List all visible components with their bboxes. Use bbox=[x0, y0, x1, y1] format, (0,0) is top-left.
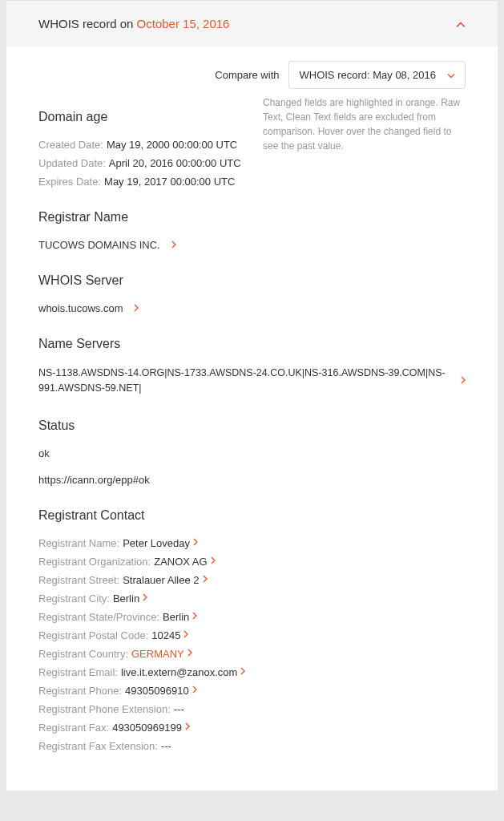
field-value: --- bbox=[174, 703, 184, 715]
chevron-right-icon[interactable] bbox=[193, 537, 198, 548]
field-value: live.it.extern@zanox.com bbox=[121, 666, 237, 678]
field-value: Berlin bbox=[113, 592, 139, 605]
field-label: Registrant City: bbox=[38, 592, 110, 605]
field-value: 493050969199 bbox=[112, 722, 182, 734]
name-servers-value: NS-1138.AWSDNS-14.ORG|NS-1733.AWSDNS-24.… bbox=[38, 366, 453, 396]
registrant-phone-row: Registrant Phone: 49305096910 bbox=[38, 685, 466, 697]
registrant-fax-ext-row: Registrant Fax Extension: --- bbox=[38, 740, 466, 752]
field-label: Expires Date: bbox=[38, 176, 101, 188]
registrant-country-row: Registrant Country: GERMANY bbox=[38, 648, 466, 660]
field-label: Registrant Fax: bbox=[38, 722, 109, 734]
compare-row: Compare with WHOIS record: May 08, 2016 bbox=[38, 61, 466, 89]
field-value: --- bbox=[161, 740, 171, 752]
section-domain-age: Domain age Created Date: May 19, 2000 00… bbox=[38, 110, 247, 188]
whois-server-value: whois.tucows.com bbox=[38, 302, 123, 314]
registrant-state-row: Registrant State/Province: Berlin bbox=[38, 611, 466, 623]
field-label: Registrant Postal Code: bbox=[38, 629, 148, 641]
field-value: 10245 bbox=[151, 629, 180, 641]
title-date: October 15, 2016 bbox=[137, 17, 230, 30]
field-label: Registrant Email: bbox=[38, 666, 118, 678]
field-label: Updated Date: bbox=[38, 157, 106, 169]
chevron-right-icon[interactable] bbox=[203, 574, 208, 585]
chevron-right-icon[interactable] bbox=[240, 666, 245, 677]
registrant-city-row: Registrant City: Berlin bbox=[38, 592, 466, 605]
compare-selected: WHOIS record: May 08, 2016 bbox=[299, 69, 436, 81]
chevron-right-icon[interactable] bbox=[187, 648, 192, 659]
chevron-right-icon[interactable] bbox=[211, 556, 216, 567]
registrant-org-row: Registrant Organization: ZANOX AG bbox=[38, 556, 466, 568]
registrant-postal-row: Registrant Postal Code: 10245 bbox=[38, 629, 466, 641]
compare-label: Compare with bbox=[215, 69, 279, 81]
registrar-value: TUCOWS DOMAINS INC. bbox=[38, 239, 160, 251]
compare-dropdown[interactable]: WHOIS record: May 08, 2016 bbox=[288, 61, 466, 89]
section-whois-server: WHOIS Server whois.tucows.com bbox=[38, 273, 466, 314]
registrar-value-row: TUCOWS DOMAINS INC. bbox=[38, 239, 466, 251]
field-label: Registrant Fax Extension: bbox=[38, 740, 158, 752]
section-registrar: Registrar Name TUCOWS DOMAINS INC. bbox=[38, 210, 466, 251]
field-value: April 20, 2016 00:00:00 UTC bbox=[109, 157, 241, 169]
field-label: Registrant Phone: bbox=[38, 685, 122, 697]
created-date-row: Created Date: May 19, 2000 00:00:00 UTC bbox=[38, 139, 247, 151]
section-title: Name Servers bbox=[38, 337, 466, 351]
registrant-street-row: Registrant Street: Stralauer Allee 2 bbox=[38, 574, 466, 586]
status-value-2: https://icann.org/epp#ok bbox=[38, 474, 466, 486]
section-title: Registrant Contact bbox=[38, 508, 466, 523]
field-value: May 19, 2017 00:00:00 UTC bbox=[104, 176, 235, 188]
field-value: Berlin bbox=[163, 611, 189, 623]
panel-header[interactable]: WHOIS record on October 15, 2016 bbox=[6, 1, 498, 47]
field-label: Registrant Organization: bbox=[38, 556, 151, 568]
whois-record-panel: WHOIS record on October 15, 2016 Compare… bbox=[6, 0, 498, 791]
registrant-fax-row: Registrant Fax: 493050969199 bbox=[38, 722, 466, 734]
chevron-right-icon[interactable] bbox=[192, 611, 197, 622]
field-value: ZANOX AG bbox=[154, 556, 207, 568]
whois-server-value-row: whois.tucows.com bbox=[38, 302, 466, 314]
section-title: Registrar Name bbox=[38, 210, 466, 224]
registrant-phone-ext-row: Registrant Phone Extension: --- bbox=[38, 703, 466, 715]
chevron-down-icon bbox=[447, 71, 455, 80]
panel-content: Compare with WHOIS record: May 08, 2016 … bbox=[6, 47, 498, 791]
expires-date-row: Expires Date: May 19, 2017 00:00:00 UTC bbox=[38, 176, 247, 188]
chevron-right-icon[interactable] bbox=[461, 375, 466, 386]
field-label: Registrant Country: bbox=[38, 648, 128, 660]
chevron-right-icon[interactable] bbox=[192, 685, 197, 696]
field-label: Registrant Street: bbox=[38, 574, 119, 586]
compare-note: Changed fields are highlighted in orange… bbox=[263, 95, 466, 153]
field-value: Peter Loveday bbox=[123, 537, 190, 549]
field-value: 49305096910 bbox=[125, 685, 189, 697]
field-label: Created Date: bbox=[38, 139, 103, 151]
field-label: Registrant Phone Extension: bbox=[38, 703, 171, 715]
chevron-up-icon[interactable] bbox=[456, 18, 466, 30]
section-registrant: Registrant Contact Registrant Name: Pete… bbox=[38, 508, 466, 752]
registrant-email-row: Registrant Email: live.it.extern@zanox.c… bbox=[38, 666, 466, 678]
field-value-highlighted[interactable]: GERMANY bbox=[131, 648, 184, 660]
chevron-right-icon[interactable] bbox=[171, 240, 176, 251]
updated-date-row: Updated Date: April 20, 2016 00:00:00 UT… bbox=[38, 157, 247, 169]
section-title: Domain age bbox=[38, 110, 247, 124]
chevron-right-icon[interactable] bbox=[134, 303, 139, 314]
name-servers-row: NS-1138.AWSDNS-14.ORG|NS-1733.AWSDNS-24.… bbox=[38, 366, 466, 396]
chevron-right-icon[interactable] bbox=[185, 722, 190, 733]
field-value: May 19, 2000 00:00:00 UTC bbox=[107, 139, 237, 151]
field-value: Stralauer Allee 2 bbox=[123, 574, 199, 586]
field-label: Registrant Name: bbox=[38, 537, 119, 549]
registrant-name-row: Registrant Name: Peter Loveday bbox=[38, 537, 466, 549]
panel-title: WHOIS record on October 15, 2016 bbox=[38, 17, 229, 30]
chevron-right-icon[interactable] bbox=[143, 592, 147, 604]
status-value-1: ok bbox=[38, 447, 466, 459]
section-title: WHOIS Server bbox=[38, 273, 466, 288]
title-prefix: WHOIS record on bbox=[38, 17, 137, 30]
section-name-servers: Name Servers NS-1138.AWSDNS-14.ORG|NS-17… bbox=[38, 337, 466, 396]
chevron-right-icon[interactable] bbox=[183, 629, 188, 641]
section-status: Status ok https://icann.org/epp#ok bbox=[38, 419, 466, 486]
field-label: Registrant State/Province: bbox=[38, 611, 159, 623]
section-title: Status bbox=[38, 419, 466, 433]
